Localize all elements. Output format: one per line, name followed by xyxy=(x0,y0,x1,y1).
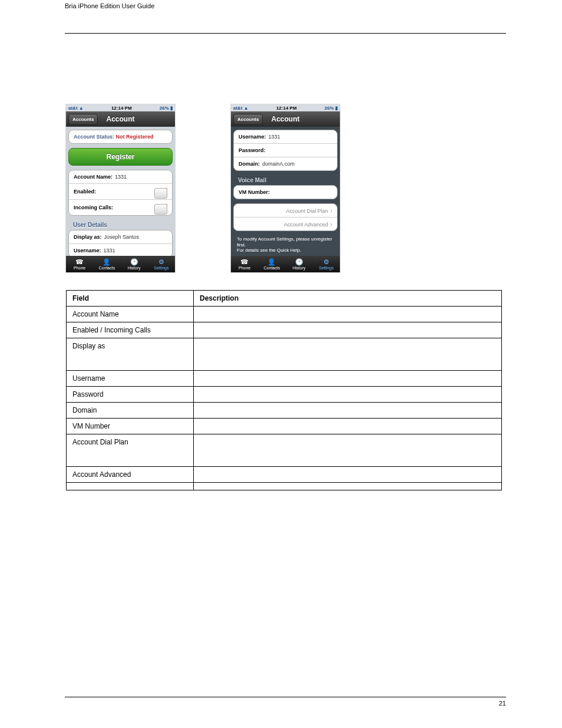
account-status-row: Account Status: Not Registered xyxy=(69,130,172,143)
table-row: Display as xyxy=(67,338,502,371)
field-cell: Account Name xyxy=(67,307,194,322)
description-cell xyxy=(194,483,502,490)
vm-number-label: VM Number: xyxy=(239,189,270,195)
settings-icon: ⚙ xyxy=(323,259,329,265)
voice-mail-header: Voice Mail xyxy=(233,175,338,185)
username-row[interactable]: Username: 1331 xyxy=(234,130,337,144)
table-row: Domain xyxy=(67,403,502,419)
nav-bar: Accounts Account xyxy=(231,111,340,127)
description-cell xyxy=(194,338,502,371)
nav-title: Account xyxy=(272,115,300,123)
carrier-label: at&t xyxy=(68,106,78,111)
account-name-value: 1331 xyxy=(115,174,127,180)
account-status-value: Not Registered xyxy=(116,134,154,140)
vm-number-row[interactable]: VM Number: xyxy=(234,186,337,199)
account-advanced-label: Account Advanced xyxy=(284,222,328,228)
account-name-label: Account Name: xyxy=(74,174,113,180)
tab-bar: ☎Phone 👤Contacts 🕑History ⚙Settings xyxy=(231,256,340,272)
col-description: Description xyxy=(194,291,502,307)
table-row xyxy=(67,483,502,490)
description-cell xyxy=(194,467,502,483)
screenshot-account-right: at&t ▲ 12:14 PM 26% ▮ Accounts Account U… xyxy=(231,104,340,272)
field-cell: Domain xyxy=(67,403,194,419)
user-details-header: User Details xyxy=(68,220,173,230)
phone-icon: ☎ xyxy=(240,259,249,265)
username-label: Username: xyxy=(74,248,101,253)
page-header: Bria iPhone Edition User Guide xyxy=(65,2,506,9)
register-button[interactable]: Register xyxy=(68,148,173,166)
tab-phone[interactable]: ☎Phone xyxy=(231,256,258,272)
tab-contacts[interactable]: 👤Contacts xyxy=(93,256,120,272)
description-cell xyxy=(194,403,502,419)
description-cell xyxy=(194,307,502,322)
field-cell xyxy=(67,483,194,490)
username-row[interactable]: Username: 1331 xyxy=(69,244,172,256)
header-rule xyxy=(65,33,506,34)
status-bar: at&t ▲ 12:14 PM 26% ▮ xyxy=(66,104,175,111)
table-header-row: Field Description xyxy=(67,291,502,307)
tab-settings[interactable]: ⚙Settings xyxy=(313,256,340,272)
display-as-row[interactable]: Display as: Joseph Santos xyxy=(69,230,172,244)
field-cell: Username xyxy=(67,371,194,387)
nav-title: Account xyxy=(107,115,135,123)
screenshot-account-left: at&t ▲ 12:14 PM 26% ▮ Accounts Account A… xyxy=(66,104,175,272)
back-button[interactable]: Accounts xyxy=(68,114,98,125)
username-value: 1331 xyxy=(269,134,280,140)
table-row: Account Advanced xyxy=(67,467,502,483)
contacts-icon: 👤 xyxy=(103,259,111,265)
chevron-right-icon: › xyxy=(330,207,332,214)
field-cell: Enabled / Incoming Calls xyxy=(67,322,194,338)
tab-history[interactable]: 🕑History xyxy=(286,256,313,272)
description-cell xyxy=(194,419,502,434)
fields-table: Field Description Account NameEnabled / … xyxy=(66,290,502,490)
table-row: Enabled / Incoming Calls xyxy=(67,322,502,338)
enabled-toggle[interactable]: ON xyxy=(156,188,167,195)
password-row[interactable]: Password: xyxy=(234,144,337,157)
tab-settings[interactable]: ⚙Settings xyxy=(148,256,175,272)
history-icon: 🕑 xyxy=(130,259,138,265)
domain-label: Domain: xyxy=(239,161,260,167)
settings-note: To modify Account Settings, please unreg… xyxy=(233,235,338,256)
phone-icon: ☎ xyxy=(75,259,84,265)
incoming-calls-label: Incoming Calls: xyxy=(74,205,113,210)
password-label: Password: xyxy=(239,147,266,153)
back-button[interactable]: Accounts xyxy=(233,114,263,125)
field-cell: VM Number xyxy=(67,419,194,434)
wifi-icon: ▲ xyxy=(79,106,84,111)
account-name-row[interactable]: Account Name: 1331 xyxy=(69,170,172,184)
field-cell: Display as xyxy=(67,338,194,371)
domain-value: domainA.com xyxy=(262,161,295,167)
table-row: Account Name xyxy=(67,307,502,322)
tab-bar: ☎Phone 👤Contacts 🕑History ⚙Settings xyxy=(66,256,175,272)
table-row: Password xyxy=(67,387,502,403)
table-row: VM Number xyxy=(67,419,502,434)
account-advanced-row[interactable]: Account Advanced› xyxy=(234,218,337,230)
incoming-calls-row: Incoming Calls: ON xyxy=(69,200,172,215)
col-field: Field xyxy=(67,291,194,307)
clock-label: 12:14 PM xyxy=(276,106,297,111)
incoming-calls-toggle[interactable]: ON xyxy=(156,204,167,210)
wifi-icon: ▲ xyxy=(244,106,249,111)
settings-icon: ⚙ xyxy=(158,259,164,265)
table-row: Account Dial Plan xyxy=(67,434,502,467)
display-as-value: Joseph Santos xyxy=(104,234,140,240)
history-icon: 🕑 xyxy=(295,259,303,265)
battery-label: 26% ▮ xyxy=(325,106,338,111)
description-cell xyxy=(194,371,502,387)
page-footer: 21 xyxy=(65,700,506,707)
tab-history[interactable]: 🕑History xyxy=(121,256,148,272)
carrier-label: at&t xyxy=(233,106,243,111)
display-as-label: Display as: xyxy=(74,234,102,240)
tab-phone[interactable]: ☎Phone xyxy=(66,256,93,272)
account-dial-plan-row[interactable]: Account Dial Plan› xyxy=(234,204,337,218)
username-label: Username: xyxy=(239,134,266,140)
description-cell xyxy=(194,434,502,467)
status-bar: at&t ▲ 12:14 PM 26% ▮ xyxy=(231,104,340,111)
clock-label: 12:14 PM xyxy=(111,106,132,111)
account-dial-plan-label: Account Dial Plan xyxy=(286,208,328,214)
tab-contacts[interactable]: 👤Contacts xyxy=(258,256,285,272)
contacts-icon: 👤 xyxy=(267,259,276,265)
description-cell xyxy=(194,387,502,403)
domain-row[interactable]: Domain: domainA.com xyxy=(234,157,337,170)
description-cell xyxy=(194,322,502,338)
